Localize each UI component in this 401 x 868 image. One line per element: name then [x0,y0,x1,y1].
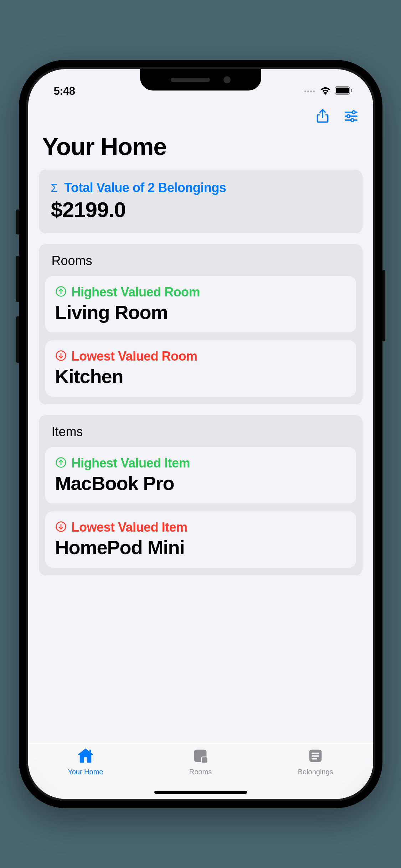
svg-rect-1 [336,88,349,94]
status-indicators [304,86,353,96]
tab-bar: Your Home Rooms [28,742,373,799]
items-heading: Items [45,424,356,439]
notch [140,69,261,91]
arrow-down-circle-icon [55,521,67,534]
volume-up-button [16,256,19,302]
wifi-icon [320,86,331,96]
home-icon [76,746,95,766]
rooms-icon [191,746,210,766]
navigation-bar [28,105,373,131]
items-section: Items Highest Valued Item [39,415,363,575]
notch-speaker [171,78,210,82]
svg-rect-2 [351,89,352,92]
svg-rect-15 [202,757,207,763]
arrow-up-circle-icon [55,286,67,299]
tab-rooms-label: Rooms [189,768,212,776]
tab-your-home[interactable]: Your Home [50,746,121,776]
belongings-icon [306,746,325,766]
lowest-item-card[interactable]: Lowest Valued Item HomePod Mini [45,511,356,568]
highest-item-value: MacBook Pro [55,472,346,494]
tab-belongings[interactable]: Belongings [280,746,351,776]
rooms-section: Rooms Highest Valued Room [39,244,363,404]
highest-item-label: Highest Valued Item [72,456,190,471]
highest-room-label: Highest Valued Room [72,285,200,300]
lowest-room-card[interactable]: Lowest Valued Room Kitchen [45,340,356,397]
cellular-dots-icon [304,91,315,92]
svg-rect-19 [312,758,317,760]
total-value-label: Total Value of 2 Belongings [64,180,226,195]
mute-switch [16,210,19,234]
total-value-card[interactable]: Σ Total Value of 2 Belongings $2199.0 [39,170,363,233]
notch-camera [223,76,231,83]
tab-home-label: Your Home [68,768,103,776]
page-title: Your Home [28,131,373,170]
arrow-down-circle-icon [55,350,67,363]
svg-point-8 [351,119,354,122]
highest-room-value: Living Room [55,301,346,323]
lowest-item-value: HomePod Mini [55,536,346,558]
svg-rect-18 [312,755,319,757]
battery-icon [335,86,353,96]
lowest-room-label: Lowest Valued Room [72,349,197,364]
svg-point-6 [347,115,350,118]
svg-point-4 [352,111,355,114]
content-area: Σ Total Value of 2 Belongings $2199.0 Ro… [28,170,373,575]
power-button [382,270,385,341]
home-indicator[interactable] [154,791,247,794]
rooms-heading: Rooms [45,253,356,268]
svg-rect-17 [312,753,319,754]
sigma-icon: Σ [51,181,58,195]
tab-rooms[interactable]: Rooms [165,746,236,776]
lowest-item-label: Lowest Valued Item [72,520,187,535]
lowest-room-value: Kitchen [55,365,346,387]
tab-belongings-label: Belongings [298,768,333,776]
total-value-amount: $2199.0 [51,197,350,222]
screen: 5:48 [28,69,373,799]
arrow-up-circle-icon [55,457,67,470]
settings-sliders-icon[interactable] [343,108,359,125]
highest-item-card[interactable]: Highest Valued Item MacBook Pro [45,447,356,503]
highest-room-card[interactable]: Highest Valued Room Living Room [45,276,356,332]
phone-frame: 5:48 [19,60,382,808]
status-time: 5:48 [54,85,75,98]
volume-down-button [16,316,19,363]
share-icon[interactable] [315,108,330,125]
